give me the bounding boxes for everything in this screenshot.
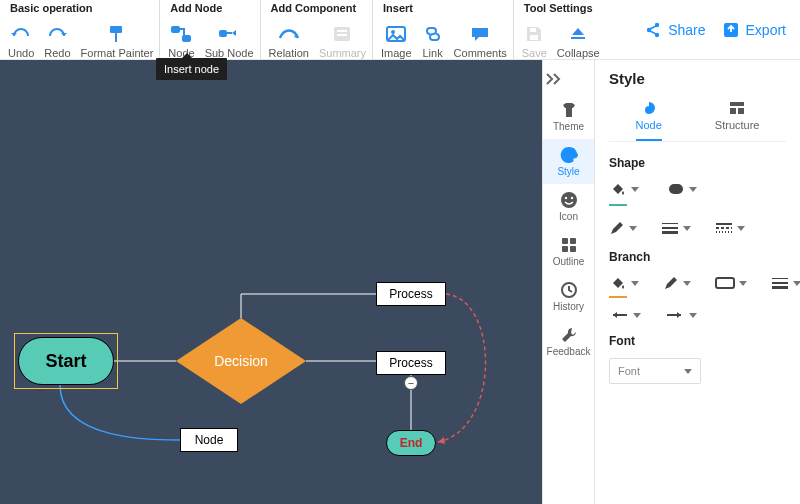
- undo-button[interactable]: Undo: [8, 23, 34, 59]
- process1-label: Process: [389, 287, 432, 301]
- link-label: Link: [422, 47, 442, 59]
- format-painter-label: Format Painter: [81, 47, 154, 59]
- canvas-wires: [0, 60, 542, 504]
- chevron-down-icon: [633, 313, 641, 318]
- tshirt-icon: [560, 101, 578, 119]
- tab-node[interactable]: Node: [636, 101, 662, 141]
- collapse-label: Collapse: [557, 47, 600, 59]
- svg-point-26: [564, 197, 566, 199]
- share-label: Share: [668, 22, 705, 38]
- undo-icon: [10, 23, 32, 45]
- smiley-icon: [560, 191, 578, 209]
- svg-rect-37: [662, 223, 678, 224]
- shape-style-control[interactable]: [667, 180, 697, 198]
- chevron-down-icon: [739, 281, 747, 286]
- floating-node-label: Node: [195, 433, 224, 447]
- section-font: Font: [609, 334, 786, 348]
- relation-button[interactable]: Relation: [269, 23, 309, 59]
- branch-arrow-end-control[interactable]: [665, 310, 697, 320]
- image-button[interactable]: Image: [381, 23, 412, 59]
- border-dash-control[interactable]: [715, 220, 745, 236]
- arrow-start-icon: [609, 310, 629, 320]
- shape-fill-control[interactable]: [609, 180, 639, 198]
- redo-button[interactable]: Redo: [44, 23, 70, 59]
- border-color-control[interactable]: [609, 220, 637, 236]
- image-label: Image: [381, 47, 412, 59]
- relation-icon: [278, 23, 300, 45]
- summary-button[interactable]: Summary: [319, 23, 366, 59]
- svg-rect-29: [570, 238, 576, 244]
- svg-rect-43: [716, 278, 734, 288]
- toolbar: Basic operation Undo Redo Format Painter…: [0, 0, 800, 60]
- link-button[interactable]: Link: [422, 23, 444, 59]
- section-shape: Shape: [609, 156, 786, 170]
- panel-tabs: Node Structure: [609, 101, 786, 142]
- node-tab-icon: [640, 101, 658, 115]
- svg-rect-6: [337, 30, 347, 32]
- svg-rect-7: [337, 34, 347, 36]
- group-addcomp: Add Component Relation Summary: [261, 0, 373, 59]
- collapse-node-badge[interactable]: −: [404, 376, 418, 390]
- decision-node[interactable]: Decision: [176, 318, 306, 404]
- structure-tab-icon: [729, 101, 745, 115]
- palette-icon: [560, 146, 578, 164]
- sidebar-item-theme[interactable]: Theme: [543, 94, 594, 139]
- process-node-1[interactable]: Process: [376, 282, 446, 306]
- export-label: Export: [746, 22, 786, 38]
- subnode-icon: [218, 23, 240, 45]
- main: Start Decision Process Process − Node En…: [0, 60, 800, 504]
- section-branch: Branch: [609, 250, 786, 264]
- branch-fill-control[interactable]: [609, 274, 639, 292]
- process2-label: Process: [389, 356, 432, 370]
- group-addnode: Add Node Node Sub Node: [160, 0, 260, 59]
- start-node[interactable]: Start: [18, 337, 114, 385]
- relation-label: Relation: [269, 47, 309, 59]
- svg-rect-3: [182, 35, 191, 42]
- image-icon: [385, 23, 407, 45]
- svg-rect-45: [772, 282, 788, 284]
- svg-point-23: [571, 152, 574, 155]
- grid-icon: [561, 236, 577, 254]
- export-button[interactable]: Export: [722, 21, 786, 39]
- canvas[interactable]: Start Decision Process Process − Node En…: [0, 60, 542, 504]
- branch-weight-control[interactable]: [771, 274, 800, 292]
- tab-node-label: Node: [636, 119, 662, 131]
- font-select-value: Font: [618, 365, 640, 377]
- save-icon: [523, 23, 545, 45]
- comments-button[interactable]: Comments: [454, 23, 507, 59]
- sidebar-item-history[interactable]: History: [543, 274, 594, 319]
- sidebar-item-outline[interactable]: Outline: [543, 229, 594, 274]
- floating-node[interactable]: Node: [180, 428, 238, 452]
- svg-point-21: [563, 152, 566, 155]
- svg-rect-46: [772, 286, 788, 289]
- group-title-addcomp: Add Component: [269, 0, 366, 16]
- sidebar-label-history: History: [553, 301, 584, 312]
- summary-label: Summary: [319, 47, 366, 59]
- save-button[interactable]: Save: [522, 23, 547, 59]
- sidebar-item-style[interactable]: Style: [543, 139, 594, 184]
- group-title-toolset: Tool Settings: [522, 0, 600, 16]
- svg-rect-28: [562, 238, 568, 244]
- end-node[interactable]: End: [386, 430, 436, 456]
- chevron-down-icon: [631, 281, 639, 286]
- insert-subnode-button[interactable]: Sub Node: [205, 23, 254, 59]
- process-node-2[interactable]: Process: [376, 351, 446, 375]
- branch-arrow-start-control[interactable]: [609, 310, 641, 320]
- tab-structure[interactable]: Structure: [715, 101, 760, 141]
- svg-point-27: [570, 197, 572, 199]
- branch-line-control[interactable]: [663, 274, 691, 292]
- border-width-control[interactable]: [661, 220, 691, 236]
- sidebar-item-icon[interactable]: Icon: [543, 184, 594, 229]
- panel-collapse-toggle[interactable]: [543, 64, 594, 94]
- redo-label: Redo: [44, 47, 70, 59]
- share-button[interactable]: Share: [644, 21, 705, 39]
- chevron-down-icon: [629, 226, 637, 231]
- format-painter-button[interactable]: Format Painter: [81, 23, 154, 59]
- start-label: Start: [45, 351, 86, 372]
- collapse-button[interactable]: Collapse: [557, 23, 600, 59]
- branch-shape-control[interactable]: [715, 274, 747, 292]
- sidebar-label-feedback: Feedback: [547, 346, 591, 357]
- font-family-select[interactable]: Font: [609, 358, 701, 384]
- sidebar-item-feedback[interactable]: Feedback: [543, 319, 594, 364]
- format-painter-icon: [106, 23, 128, 45]
